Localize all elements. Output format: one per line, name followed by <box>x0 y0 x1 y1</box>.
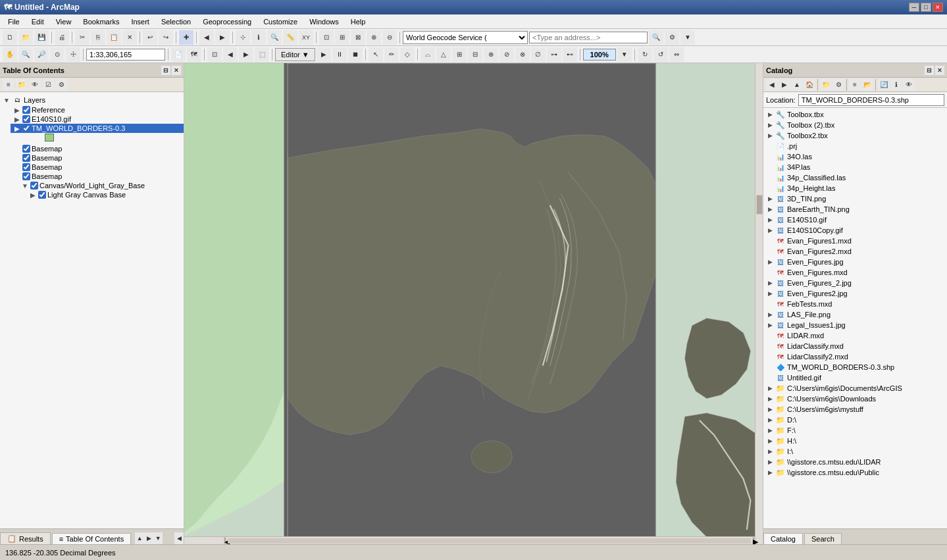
e140-checkbox[interactable] <box>22 115 30 123</box>
cat-refresh-button[interactable]: 🔄 <box>878 79 890 91</box>
bm1-checkbox[interactable] <box>22 145 30 153</box>
play-button[interactable]: ▶ <box>317 47 331 62</box>
cat-item-even-figures2-jpg[interactable]: ▶ 🖼 Even_Figures_2.jpg <box>763 278 947 288</box>
undo-button[interactable]: ↩ <box>143 30 157 45</box>
scale-input[interactable]: 1:33,306,165 <box>86 49 165 61</box>
fld6-expander[interactable]: ▶ <box>766 437 774 445</box>
save-button[interactable]: 💾 <box>34 30 49 45</box>
map-scroll-thumb[interactable] <box>756 195 763 215</box>
tb2-expander[interactable]: ▶ <box>766 121 774 129</box>
cat-item-even-figures2b-jpg[interactable]: ▶ 🖼 Even_Figures2.jpg <box>763 288 947 299</box>
cut-button[interactable]: ✂ <box>75 30 90 45</box>
toc-layer-e140s10[interactable]: ▶ E140S10.gif <box>11 115 184 124</box>
measure-button[interactable]: 📏 <box>283 30 297 45</box>
fld1-expander[interactable]: ▶ <box>766 384 774 392</box>
pan-tool-button[interactable]: ☩ <box>66 47 80 62</box>
cat-item-even-figures-jpg[interactable]: ▶ 🖼 Even_Figures.jpg <box>763 257 947 267</box>
toc-float-button[interactable]: ⊟ <box>161 66 170 75</box>
vertex-button[interactable]: ◇ <box>400 47 415 62</box>
cat-item-34p-classified-las[interactable]: ▶ 📊 34p_Classified.las <box>763 172 947 183</box>
jpg1-expander[interactable]: ▶ <box>766 258 774 266</box>
rotate-cw[interactable]: ↻ <box>638 47 652 62</box>
fld2-expander[interactable]: ▶ <box>766 395 774 403</box>
fld5-expander[interactable]: ▶ <box>766 426 774 434</box>
editor-dropdown-button[interactable]: Editor ▼ <box>275 48 315 61</box>
toc-layer-reference[interactable]: ▶ Reference <box>11 105 184 115</box>
cat-item-toolbox3[interactable]: ▶ 🔧 Toolbox2.tbx <box>763 130 947 141</box>
cat-item-34p-height-las[interactable]: ▶ 📊 34p_Height.las <box>763 183 947 193</box>
fixed-zoom-in-button[interactable]: ⊕ <box>367 30 381 45</box>
cat-item-gisstore-lidar-folder[interactable]: ▶ 📁 \\gisstore.cs.mtsu.edu\LIDAR <box>763 457 947 467</box>
toc-layer-light-gray-canvas[interactable]: ▶ Light Gray Canvas Base <box>26 190 184 199</box>
cat-item-bareearth-tin-png[interactable]: ▶ 🖼 BareEarth_TIN.png <box>763 204 947 215</box>
cat-item-prj[interactable]: ▶ 📄 .prj <box>763 141 947 151</box>
geocode-service-select[interactable]: World Geocode Service ( <box>403 31 528 44</box>
catalog-float-button[interactable]: ⊟ <box>925 66 934 75</box>
paste-button[interactable]: 📋 <box>107 30 121 45</box>
minimize-button[interactable]: ─ <box>909 3 919 12</box>
layers-expander[interactable]: ▼ <box>3 96 11 104</box>
toc-layer-canvas-group[interactable]: ▼ Canvas/World_Light_Gray_Base <box>18 181 184 190</box>
cat-item-tm-world-borders-shp[interactable]: ▶ 🔷 TM_WORLD_BORDERS-0.3.shp <box>763 362 947 372</box>
menu-bookmarks[interactable]: Bookmarks <box>78 16 124 27</box>
map-hscroll-track[interactable] <box>228 538 751 544</box>
map-vertical-scrollbar[interactable] <box>755 63 763 544</box>
cat-item-lidarclassify-mxd[interactable]: ▶ 🗺 LidarClassify.mxd <box>763 341 947 351</box>
tb1-expander[interactable]: ▶ <box>766 111 774 118</box>
map-hscroll-left-btn[interactable]: ◀ <box>224 537 226 544</box>
sketch-tool10[interactable]: ⊷ <box>563 47 577 62</box>
menu-view[interactable]: View <box>51 16 77 27</box>
find-button[interactable]: 🔍 <box>267 30 282 45</box>
cat-item-i-drive[interactable]: ▶ 📁 I:\ <box>763 446 947 457</box>
menu-insert[interactable]: Insert <box>126 16 155 27</box>
geocode-button[interactable]: 🔍 <box>649 30 663 45</box>
menu-edit[interactable]: Edit <box>26 16 49 27</box>
toc-list-by-selection[interactable]: ☑ <box>42 79 54 91</box>
cat-item-evan-figures1-mxd[interactable]: ▶ 🗺 Evan_Figures1.mxd <box>763 236 947 246</box>
cat-item-toolbox2[interactable]: ▶ 🔧 Toolbox (2).tbx <box>763 120 947 130</box>
cat-item-legal-issues-jpg[interactable]: ▶ 🖼 Legal_Issues1.jpg <box>763 320 947 330</box>
data-view-button[interactable]: 🗺 <box>187 47 201 62</box>
layout-view-button[interactable]: 📄 <box>171 47 186 62</box>
geocode-options-button[interactable]: ⚙ <box>665 30 679 45</box>
lgc-expander[interactable]: ▶ <box>29 191 37 199</box>
toc-resize-play[interactable]: ▶ <box>144 532 153 544</box>
forward-button[interactable]: ▶ <box>215 30 230 45</box>
redo-button[interactable]: ↪ <box>159 30 173 45</box>
toc-resize-handle[interactable]: ▲ <box>135 532 144 544</box>
geocode-input[interactable] <box>529 32 648 43</box>
zoom-full-button[interactable]: ⊡ <box>319 30 334 45</box>
e140-expander[interactable]: ▶ <box>13 115 21 123</box>
menu-help[interactable]: Help <box>346 16 371 27</box>
results-tab[interactable]: 📋 Results <box>0 532 51 544</box>
cat-home-button[interactable]: 🏠 <box>804 79 815 91</box>
zoom-percent-input[interactable] <box>583 49 616 61</box>
cat-item-e140s10-gif[interactable]: ▶ 🖼 E140S10.gif <box>763 215 947 225</box>
cat-options-button[interactable]: ⚙ <box>832 79 844 91</box>
new-map-button[interactable]: 🗋 <box>3 30 17 45</box>
sketch-tool4[interactable]: ⊟ <box>468 47 482 62</box>
cat-preview-button[interactable]: 👁 <box>903 79 915 91</box>
cat-item-3d-tin-png[interactable]: ▶ 🖼 3D_TIN.png <box>763 193 947 204</box>
cat-item-34p-las[interactable]: ▶ 📊 34P.las <box>763 162 947 172</box>
tb3-expander[interactable]: ▶ <box>766 132 774 140</box>
zoom-selection-button[interactable]: ⊠ <box>351 30 365 45</box>
rotate-ccw[interactable]: ↺ <box>653 47 668 62</box>
fixed-zoom-button[interactable]: ⊙ <box>50 47 64 62</box>
fld4-expander[interactable]: ▶ <box>766 416 774 424</box>
full-extent-button[interactable]: ⊡ <box>207 47 222 62</box>
cat-view-details-button[interactable]: ≡ <box>849 79 861 91</box>
select-features-button[interactable]: ⬚ <box>255 47 269 62</box>
cat-forward-button[interactable]: ▶ <box>779 79 790 91</box>
cat-item-e140s10copy-gif[interactable]: ▶ 🖼 E140S10Copy.gif <box>763 225 947 236</box>
toc-list-by-visibility[interactable]: 👁 <box>29 79 41 91</box>
toc-list-by-drawing-order[interactable]: ≡ <box>3 79 14 91</box>
back-button[interactable]: ◀ <box>199 30 214 45</box>
cat-item-f-drive[interactable]: ▶ 📁 F:\ <box>763 425 947 436</box>
menu-customize[interactable]: Customize <box>258 16 303 27</box>
zoom-in-button[interactable]: 🔍 <box>18 47 33 62</box>
gif2-expander[interactable]: ▶ <box>766 226 774 234</box>
cat-back-button[interactable]: ◀ <box>766 79 778 91</box>
close-button[interactable]: ✕ <box>933 3 943 12</box>
flip-h[interactable]: ⇔ <box>669 47 684 62</box>
